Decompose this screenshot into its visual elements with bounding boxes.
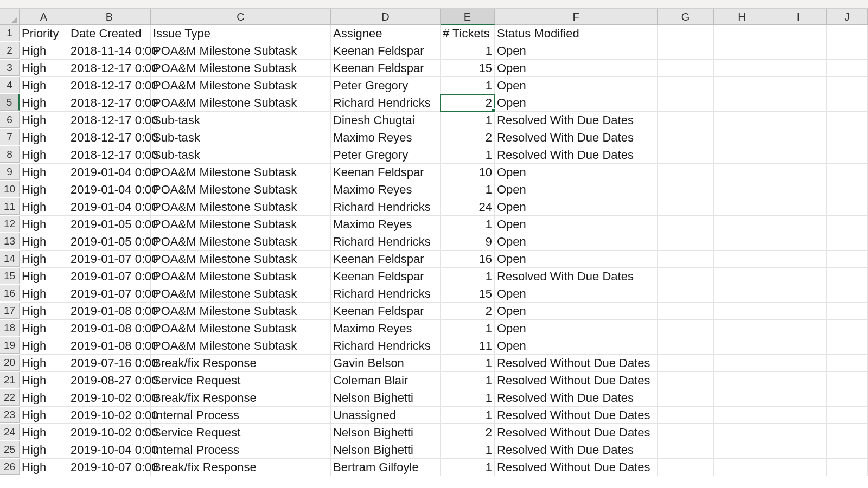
cell-D6[interactable]: Dinesh Chugtai	[331, 112, 441, 129]
cell-A9[interactable]: High	[20, 164, 68, 181]
cell-E10[interactable]: 1	[441, 181, 495, 198]
cell-I8[interactable]	[770, 146, 827, 164]
cell-C24[interactable]: Service Request	[151, 424, 331, 441]
cell-B24[interactable]: 2019-10-02 0:00	[68, 424, 151, 441]
cell-J16[interactable]	[827, 285, 868, 303]
cell-F13[interactable]: Open	[495, 233, 658, 251]
cell-H6[interactable]	[714, 112, 770, 129]
cell-C10[interactable]: POA&M Milestone Subtask	[151, 181, 331, 198]
cell-D9[interactable]: Keenan Feldspar	[331, 164, 441, 181]
column-header-G[interactable]: G	[658, 9, 714, 25]
cell-B16[interactable]: 2019-01-07 0:00	[68, 285, 151, 303]
cell-G3[interactable]	[658, 60, 714, 77]
cell-H15[interactable]	[714, 268, 770, 285]
cell-B1[interactable]: Date Created	[68, 25, 151, 42]
cell-I21[interactable]	[770, 372, 827, 389]
cell-G1[interactable]	[658, 25, 714, 42]
row-header-8[interactable]: 8	[0, 146, 20, 163]
cell-C26[interactable]: Break/fix Response	[151, 459, 331, 476]
cell-E7[interactable]: 2	[441, 129, 495, 146]
cell-J21[interactable]	[827, 372, 868, 389]
cell-D24[interactable]: Nelson Bighetti	[331, 424, 441, 441]
cell-A1[interactable]: Priority	[20, 25, 68, 42]
column-header-A[interactable]: A	[20, 9, 68, 25]
cell-G15[interactable]	[658, 268, 714, 285]
row-header-1[interactable]: 1	[0, 25, 20, 41]
cell-I3[interactable]	[770, 60, 827, 77]
cell-H8[interactable]	[714, 146, 770, 164]
cell-D22[interactable]: Nelson Bighetti	[331, 389, 441, 407]
cell-E13[interactable]: 9	[441, 233, 495, 251]
cell-C4[interactable]: POA&M Milestone Subtask	[151, 77, 331, 94]
cell-J2[interactable]	[827, 42, 868, 60]
cell-F7[interactable]: Resolved With Due Dates	[495, 129, 658, 146]
cell-B6[interactable]: 2018-12-17 0:00	[68, 112, 151, 129]
cell-H16[interactable]	[714, 285, 770, 303]
cell-E8[interactable]: 1	[441, 146, 495, 164]
cell-F18[interactable]: Open	[495, 320, 658, 337]
cell-C18[interactable]: POA&M Milestone Subtask	[151, 320, 331, 337]
cell-C22[interactable]: Break/fix Response	[151, 389, 331, 407]
cell-E22[interactable]: 1	[441, 389, 495, 407]
row-header-19[interactable]: 19	[0, 337, 20, 354]
cell-G24[interactable]	[658, 424, 714, 441]
cell-I25[interactable]	[770, 441, 827, 459]
cell-C3[interactable]: POA&M Milestone Subtask	[151, 60, 331, 77]
cell-F16[interactable]: Open	[495, 285, 658, 303]
row-header-12[interactable]: 12	[0, 216, 20, 232]
cell-E12[interactable]: 1	[441, 216, 495, 233]
cell-G11[interactable]	[658, 198, 714, 216]
cell-G20[interactable]	[658, 355, 714, 372]
cell-F25[interactable]: Resolved With Due Dates	[495, 441, 658, 459]
cell-C7[interactable]: Sub-task	[151, 129, 331, 146]
cell-G4[interactable]	[658, 77, 714, 94]
cell-H17[interactable]	[714, 303, 770, 320]
cell-A15[interactable]: High	[20, 268, 68, 285]
cell-C8[interactable]: Sub-task	[151, 146, 331, 164]
cell-C16[interactable]: POA&M Milestone Subtask	[151, 285, 331, 303]
cell-J24[interactable]	[827, 424, 868, 441]
cell-E4[interactable]: 1	[441, 77, 495, 94]
cell-I19[interactable]	[770, 337, 827, 355]
cell-J23[interactable]	[827, 407, 868, 424]
cell-I1[interactable]	[770, 25, 827, 42]
cell-G14[interactable]	[658, 251, 714, 268]
cell-B25[interactable]: 2019-10-04 0:00	[68, 441, 151, 459]
cell-B21[interactable]: 2019-08-27 0:00	[68, 372, 151, 389]
cell-J14[interactable]	[827, 251, 868, 268]
cell-D26[interactable]: Bertram Gilfoyle	[331, 459, 441, 476]
cell-B4[interactable]: 2018-12-17 0:00	[68, 77, 151, 94]
cell-A7[interactable]: High	[20, 129, 68, 146]
cell-C21[interactable]: Service Request	[151, 372, 331, 389]
cell-I16[interactable]	[770, 285, 827, 303]
cell-F5[interactable]: Open	[495, 94, 658, 112]
cell-H24[interactable]	[714, 424, 770, 441]
row-header-14[interactable]: 14	[0, 251, 20, 267]
cell-J12[interactable]	[827, 216, 868, 233]
cell-D17[interactable]: Keenan Feldspar	[331, 303, 441, 320]
cell-G2[interactable]	[658, 42, 714, 60]
cell-B26[interactable]: 2019-10-07 0:00	[68, 459, 151, 476]
cell-J6[interactable]	[827, 112, 868, 129]
column-header-I[interactable]: I	[770, 9, 827, 25]
cell-E6[interactable]: 1	[441, 112, 495, 129]
cell-H5[interactable]	[714, 94, 770, 112]
cell-H14[interactable]	[714, 251, 770, 268]
cell-D2[interactable]: Keenan Feldspar	[331, 42, 441, 60]
cell-F21[interactable]: Resolved Without Due Dates	[495, 372, 658, 389]
cell-H4[interactable]	[714, 77, 770, 94]
cell-D15[interactable]: Keenan Feldspar	[331, 268, 441, 285]
cell-D20[interactable]: Gavin Belson	[331, 355, 441, 372]
cell-J19[interactable]	[827, 337, 868, 355]
cell-H26[interactable]	[714, 459, 770, 476]
cell-H9[interactable]	[714, 164, 770, 181]
cell-J7[interactable]	[827, 129, 868, 146]
cell-C25[interactable]: Internal Process	[151, 441, 331, 459]
row-header-26[interactable]: 26	[0, 459, 20, 475]
cell-F3[interactable]: Open	[495, 60, 658, 77]
cell-A3[interactable]: High	[20, 60, 68, 77]
cell-J1[interactable]	[827, 25, 868, 42]
cell-F8[interactable]: Resolved With Due Dates	[495, 146, 658, 164]
cell-E26[interactable]: 1	[441, 459, 495, 476]
row-header-16[interactable]: 16	[0, 285, 20, 301]
